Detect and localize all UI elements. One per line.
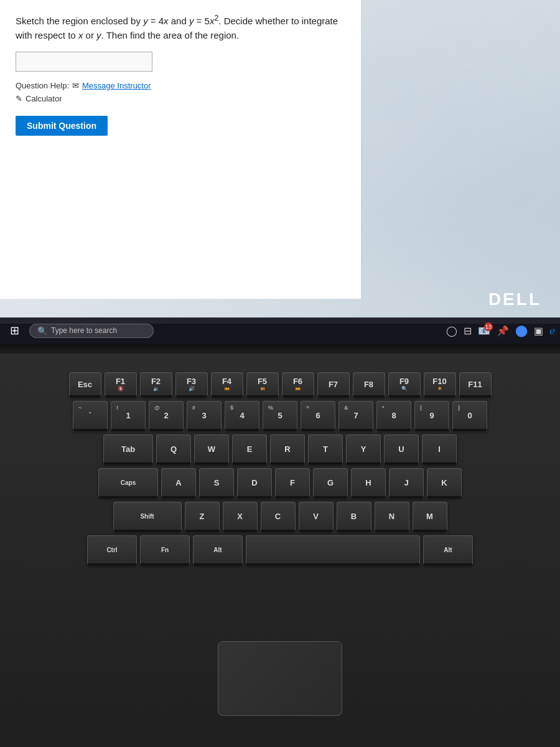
- key-4[interactable]: $4: [225, 401, 259, 431]
- calculator-label: Calculator: [26, 94, 62, 103]
- key-u[interactable]: U: [384, 435, 419, 464]
- key-s[interactable]: S: [199, 468, 234, 498]
- key-fn[interactable]: Fn: [140, 535, 190, 565]
- key-alt-right[interactable]: Alt: [423, 535, 473, 565]
- question-help-label: Question Help:: [16, 81, 69, 90]
- taskbar-windows[interactable]: ⊟: [464, 325, 472, 337]
- key-shift-left[interactable]: Shift: [113, 502, 182, 532]
- key-w[interactable]: W: [194, 435, 229, 464]
- key-b[interactable]: B: [337, 502, 371, 532]
- search-icon: 🔍: [37, 326, 47, 336]
- key-f2[interactable]: F2🔉: [140, 372, 172, 397]
- qwerty-row: Tab Q W E R T Y U I: [6, 435, 554, 464]
- key-h[interactable]: H: [351, 468, 386, 498]
- key-g[interactable]: G: [313, 468, 348, 498]
- webpage: Sketch the region enclosed by y = 4x and…: [0, 0, 361, 299]
- taskbar-cortana[interactable]: ◯: [446, 325, 457, 337]
- zxcv-row: Shift Z X C V B N M: [6, 502, 554, 532]
- key-c[interactable]: C: [261, 502, 296, 532]
- taskbar-mail[interactable]: 📧 13: [478, 325, 490, 337]
- key-f5[interactable]: F5⏯: [246, 372, 279, 397]
- key-a[interactable]: A: [161, 468, 196, 498]
- key-i[interactable]: I: [422, 435, 457, 464]
- taskbar-edge[interactable]: ℯ: [549, 325, 555, 337]
- submit-question-button[interactable]: Submit Question: [16, 116, 108, 136]
- key-2[interactable]: @2: [149, 401, 184, 431]
- key-z[interactable]: Z: [185, 502, 220, 532]
- taskbar-chrome[interactable]: ⬤: [515, 324, 528, 337]
- key-6[interactable]: ^6: [301, 401, 335, 431]
- key-ctrl[interactable]: Ctrl: [87, 535, 137, 565]
- taskbar-icons: ◯ ⊟ 📧 13 📌 ⬤ ▣ ℯ: [446, 324, 555, 337]
- key-x[interactable]: X: [223, 502, 258, 532]
- key-f10[interactable]: F10☀: [424, 372, 456, 397]
- laptop-screen: Sketch the region enclosed by y = 4x and…: [0, 0, 560, 349]
- key-k[interactable]: K: [427, 468, 462, 498]
- key-5[interactable]: %5: [263, 401, 297, 431]
- problem-text: Sketch the region enclosed by y = 4x and…: [16, 12, 345, 42]
- key-n[interactable]: N: [375, 502, 409, 532]
- key-v[interactable]: V: [299, 502, 334, 532]
- key-0[interactable]: )0: [452, 401, 487, 431]
- key-space[interactable]: [246, 535, 420, 565]
- notification-badge: 13: [484, 322, 493, 331]
- key-f8[interactable]: F8: [353, 372, 385, 397]
- key-caps[interactable]: Caps: [98, 468, 158, 498]
- key-f11[interactable]: F11: [459, 372, 492, 397]
- key-9[interactable]: (9: [414, 401, 449, 431]
- key-j[interactable]: J: [389, 468, 424, 498]
- calculator-icon: ✎: [16, 94, 22, 103]
- bottom-row: Ctrl Fn Alt Alt: [6, 535, 554, 565]
- taskbar-pin[interactable]: 📌: [497, 325, 509, 337]
- message-icon: ✉: [72, 81, 79, 90]
- key-m[interactable]: M: [413, 502, 447, 532]
- dell-brand: DELL: [488, 289, 541, 309]
- touchpad[interactable]: [218, 641, 342, 716]
- asdf-row: Caps A S D F G H J K: [6, 468, 554, 498]
- taskbar: ⊞ 🔍 Type here to search ◯ ⊟ 📧 13 📌 ⬤ ▣ ℯ: [0, 317, 560, 344]
- calculator-option: ✎ Calculator: [16, 94, 345, 103]
- key-f7[interactable]: F7: [317, 372, 350, 397]
- taskbar-search[interactable]: 🔍 Type here to search: [29, 324, 154, 338]
- start-button[interactable]: ⊞: [5, 321, 24, 340]
- key-f9[interactable]: F9🔍: [388, 372, 421, 397]
- key-7[interactable]: &7: [338, 401, 373, 431]
- key-d[interactable]: D: [237, 468, 272, 498]
- message-instructor-link[interactable]: Message Instructor: [82, 81, 151, 90]
- key-f4[interactable]: F4⏮: [211, 372, 243, 397]
- question-help: Question Help: ✉ Message Instructor: [16, 81, 345, 90]
- key-f1[interactable]: F1🔇: [105, 372, 137, 397]
- key-f[interactable]: F: [275, 468, 310, 498]
- key-q[interactable]: Q: [156, 435, 191, 464]
- key-backtick[interactable]: ~`: [73, 401, 108, 431]
- number-key-row: ~` !1 @2 #3 $4 %5 ^6 &7 *8 (9 )0: [6, 401, 554, 431]
- laptop-body: Esc F1🔇 F2🔉 F3🔊 F4⏮ F5⏯ F6⏭ F7 F8 F9🔍 F1…: [0, 354, 560, 747]
- answer-input[interactable]: [16, 52, 152, 72]
- screen-content: Sketch the region enclosed by y = 4x and…: [0, 0, 560, 324]
- key-3[interactable]: #3: [187, 401, 222, 431]
- key-esc[interactable]: Esc: [69, 372, 101, 397]
- key-8[interactable]: *8: [376, 401, 411, 431]
- key-y[interactable]: Y: [346, 435, 381, 464]
- taskbar-box[interactable]: ▣: [534, 325, 543, 337]
- search-text: Type here to search: [51, 326, 117, 335]
- key-f3[interactable]: F3🔊: [175, 372, 208, 397]
- key-1[interactable]: !1: [111, 401, 146, 431]
- key-r[interactable]: R: [270, 435, 305, 464]
- key-tab[interactable]: Tab: [103, 435, 153, 464]
- key-f6[interactable]: F6⏭: [282, 372, 314, 397]
- key-alt[interactable]: Alt: [193, 535, 243, 565]
- fn-key-row: Esc F1🔇 F2🔉 F3🔊 F4⏮ F5⏯ F6⏭ F7 F8 F9🔍 F1…: [6, 372, 554, 397]
- key-t[interactable]: T: [308, 435, 343, 464]
- key-e[interactable]: E: [232, 435, 267, 464]
